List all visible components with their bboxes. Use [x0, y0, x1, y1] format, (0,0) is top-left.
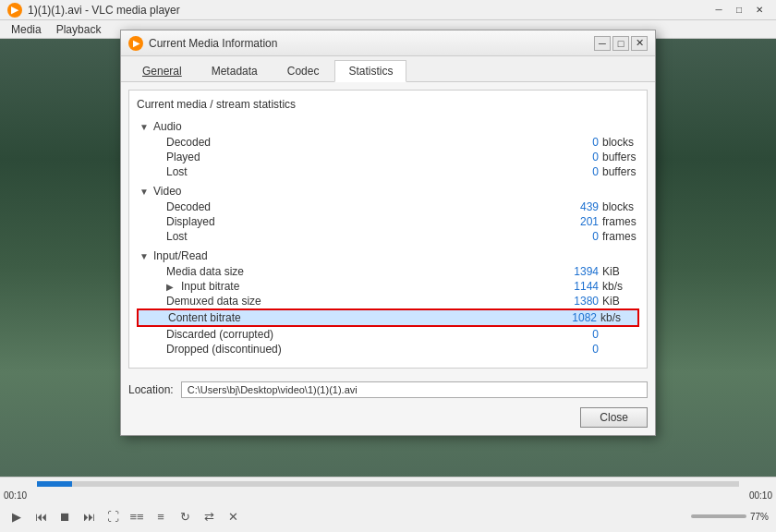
content-bitrate-value: 1082 — [541, 311, 597, 324]
vlc-titlebar: ▶ 1)(1)(1).avi - VLC media player ─ □ ✕ — [0, 0, 776, 20]
video-section-header: ▼ Video — [137, 183, 639, 200]
demuxed-data-size-unit: KiB — [602, 295, 639, 308]
discarded-row: Discarded (corrupted) 0 — [137, 327, 639, 342]
input-read-section-header: ▼ Input/Read — [137, 248, 639, 264]
audio-played-unit: buffers — [602, 151, 639, 163]
fullscreen-button[interactable]: ⛶ — [103, 507, 122, 526]
demuxed-data-size-value: 1380 — [543, 295, 599, 308]
audio-lost-value: 0 — [543, 165, 599, 178]
audio-played-row: Played 0 buffers — [137, 150, 639, 164]
video-section-label: Video — [153, 185, 181, 198]
tabs-row: General Metadata Codec Statistics — [121, 56, 655, 82]
tab-metadata[interactable]: Metadata — [198, 60, 272, 81]
input-bitrate-label: Input bitrate — [181, 280, 543, 293]
dialog-titlebar: ▶ Current Media Information ─ □ ✕ — [121, 30, 655, 56]
audio-decoded-value: 0 — [543, 136, 599, 149]
input-read-section: ▼ Input/Read Media data size 1394 KiB ▶ … — [137, 248, 639, 357]
dialog-minimize-button[interactable]: ─ — [594, 36, 611, 51]
vlc-icon: ▶ — [7, 3, 22, 18]
video-lost-unit: frames — [602, 230, 639, 243]
dropped-label: Dropped (discontinued) — [166, 343, 543, 356]
tab-codec[interactable]: Codec — [273, 60, 333, 81]
play-button[interactable]: ▶ — [7, 507, 26, 526]
minimize-button[interactable]: ─ — [709, 3, 728, 18]
extended-button[interactable]: ≡≡ — [127, 507, 146, 526]
time-remaining: 00:10 — [749, 490, 772, 501]
dialog-footer: Close — [121, 404, 655, 435]
progress-bar[interactable] — [37, 481, 739, 487]
close-window-button[interactable]: ✕ — [750, 3, 769, 18]
audio-decoded-label: Decoded — [166, 136, 543, 149]
dropped-value: 0 — [543, 343, 599, 356]
input-read-expand-icon[interactable]: ▼ — [137, 248, 152, 263]
content-bitrate-row: Content bitrate 1082 kb/s — [137, 308, 639, 327]
location-bar: Location: — [121, 376, 655, 404]
audio-played-label: Played — [166, 151, 543, 163]
video-lost-label: Lost — [166, 230, 543, 243]
stop-button[interactable]: ⏹ — [55, 507, 74, 526]
video-expand-icon[interactable]: ▼ — [137, 184, 152, 199]
audio-decoded-unit: blocks — [602, 136, 639, 149]
audio-lost-row: Lost 0 buffers — [137, 164, 639, 179]
media-data-size-unit: KiB — [602, 265, 639, 278]
location-input[interactable] — [181, 381, 648, 398]
tab-general[interactable]: General — [128, 60, 196, 81]
window-controls: ─ □ ✕ — [709, 3, 769, 18]
progress-fill — [37, 481, 72, 487]
random-button[interactable]: ⇄ — [200, 507, 218, 526]
vlc-window-title: 1)(1)(1).avi - VLC media player — [28, 4, 709, 17]
video-displayed-value: 201 — [543, 215, 599, 228]
input-bitrate-unit: kb/s — [602, 280, 639, 293]
input-read-section-label: Input/Read — [153, 249, 208, 262]
playlist-button[interactable]: ≡ — [152, 507, 170, 526]
video-lost-value: 0 — [543, 230, 599, 243]
location-label: Location: — [128, 383, 174, 396]
input-bitrate-row: ▶ Input bitrate 1144 kb/s — [137, 279, 639, 294]
audio-expand-icon[interactable]: ▼ — [137, 119, 152, 134]
video-decoded-label: Decoded — [166, 200, 543, 213]
time-elapsed: 00:10 — [4, 490, 27, 501]
media-data-size-label: Media data size — [166, 265, 543, 278]
close-dialog-button[interactable]: Close — [580, 407, 648, 428]
input-bitrate-value: 1144 — [543, 280, 599, 293]
dialog-vlc-icon: ▶ — [128, 36, 143, 51]
audio-lost-unit: buffers — [602, 165, 639, 178]
video-displayed-unit: frames — [602, 215, 639, 228]
content-bitrate-unit: kb/s — [600, 311, 637, 324]
media-data-size-row: Media data size 1394 KiB — [137, 264, 639, 279]
volume-container: 77% — [691, 512, 769, 522]
tab-statistics[interactable]: Statistics — [334, 60, 406, 82]
dialog-title: Current Media Information — [149, 37, 594, 50]
demuxed-data-size-label: Demuxed data size — [166, 295, 543, 308]
repeat-button[interactable]: ↻ — [176, 507, 194, 526]
video-decoded-unit: blocks — [602, 200, 639, 213]
audio-lost-label: Lost — [166, 165, 543, 178]
dropped-row: Dropped (discontinued) 0 — [137, 342, 639, 357]
frame-button[interactable]: ✕ — [224, 507, 242, 526]
video-lost-row: Lost 0 frames — [137, 229, 639, 244]
stream-statistics-title: Current media / stream statistics — [137, 98, 639, 111]
dialog-body: Current media / stream statistics ▼ Audi… — [128, 90, 648, 369]
video-decoded-value: 439 — [543, 200, 599, 213]
demuxed-data-size-row: Demuxed data size 1380 KiB — [137, 294, 639, 308]
video-displayed-row: Displayed 201 frames — [137, 214, 639, 229]
next-button[interactable]: ⏭ — [79, 507, 98, 526]
dialog-restore-button[interactable]: □ — [612, 36, 629, 51]
media-data-size-value: 1394 — [543, 265, 599, 278]
volume-slider[interactable] — [691, 514, 746, 518]
audio-section-header: ▼ Audio — [137, 118, 639, 135]
video-decoded-row: Decoded 439 blocks — [137, 200, 639, 214]
discarded-label: Discarded (corrupted) — [166, 328, 543, 341]
dialog-overlay: ▶ Current Media Information ─ □ ✕ Genera… — [0, 20, 776, 477]
player-controls: 00:10 00:10 ▶ ⏮ ⏹ ⏭ ⛶ ≡≡ ≡ ↻ ⇄ ✕ 77% — [0, 477, 776, 532]
input-bitrate-expand-icon[interactable]: ▶ — [166, 282, 179, 292]
discarded-value: 0 — [543, 328, 599, 341]
maximize-button[interactable]: □ — [730, 3, 748, 18]
dialog-close-x-button[interactable]: ✕ — [631, 36, 648, 51]
dialog-window-controls: ─ □ ✕ — [594, 36, 648, 51]
audio-section: ▼ Audio Decoded 0 blocks Played 0 buffer… — [137, 118, 639, 179]
video-section: ▼ Video Decoded 439 blocks Displayed 201… — [137, 183, 639, 244]
media-info-dialog: ▶ Current Media Information ─ □ ✕ Genera… — [120, 30, 656, 436]
audio-decoded-row: Decoded 0 blocks — [137, 135, 639, 150]
prev-button[interactable]: ⏮ — [31, 507, 50, 526]
